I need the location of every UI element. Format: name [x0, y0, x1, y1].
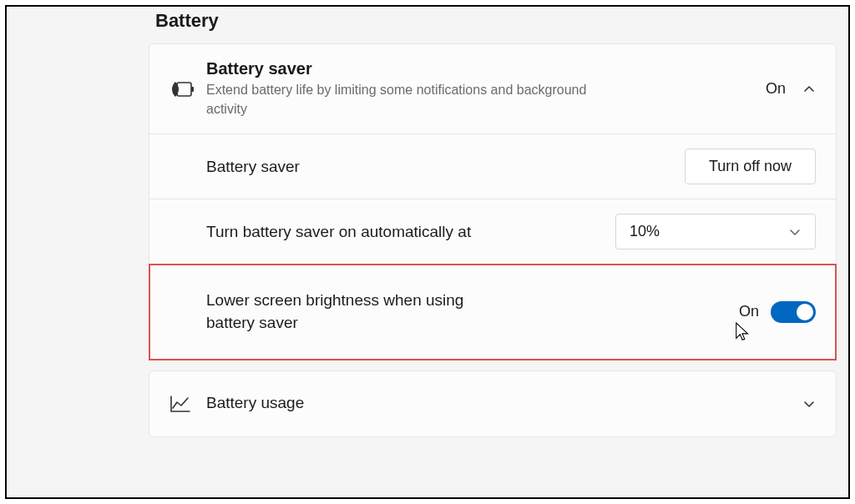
lower-brightness-toggle[interactable]: [771, 301, 816, 323]
chevron-up-icon[interactable]: [802, 83, 816, 96]
svg-rect-0: [191, 87, 194, 92]
cursor-icon: [734, 321, 752, 345]
battery-saver-icon: [169, 80, 206, 98]
auto-threshold-select[interactable]: 10%: [615, 214, 816, 249]
lower-brightness-row: Lower screen brightness when using batte…: [149, 265, 836, 359]
auto-threshold-row: Turn battery saver on automatically at 1…: [149, 199, 836, 265]
battery-saver-panel: Battery saver Extend battery life by lim…: [149, 43, 837, 360]
chart-icon: [169, 395, 206, 413]
battery-saver-title: Battery saver: [206, 59, 752, 78]
settings-content: Battery Battery saver Extend battery lif…: [7, 7, 848, 497]
auto-threshold-value: 10%: [630, 223, 660, 240]
battery-saver-description: Extend battery life by limiting some not…: [206, 80, 607, 118]
battery-saver-control-row: Battery saver Turn off now: [149, 134, 836, 199]
lower-brightness-toggle-label: On: [739, 303, 759, 320]
battery-usage-panel[interactable]: Battery usage: [149, 370, 837, 437]
chevron-down-icon: [788, 225, 802, 239]
section-title: Battery: [155, 10, 837, 32]
turn-off-now-button[interactable]: Turn off now: [685, 149, 816, 184]
battery-saver-main: Battery saver Extend battery life by lim…: [206, 59, 766, 118]
battery-saver-header[interactable]: Battery saver Extend battery life by lim…: [149, 44, 836, 134]
battery-usage-row[interactable]: Battery usage: [149, 371, 836, 436]
toggle-knob: [797, 304, 813, 320]
battery-saver-label: Battery saver: [206, 156, 671, 179]
window-frame: Battery Battery saver Extend battery lif…: [5, 5, 850, 499]
auto-threshold-label: Turn battery saver on automatically at: [206, 221, 602, 244]
chevron-down-icon[interactable]: [802, 397, 816, 411]
lower-brightness-label: Lower screen brightness when using batte…: [206, 290, 482, 334]
battery-usage-title: Battery usage: [206, 392, 789, 415]
battery-saver-status: On: [766, 80, 786, 98]
